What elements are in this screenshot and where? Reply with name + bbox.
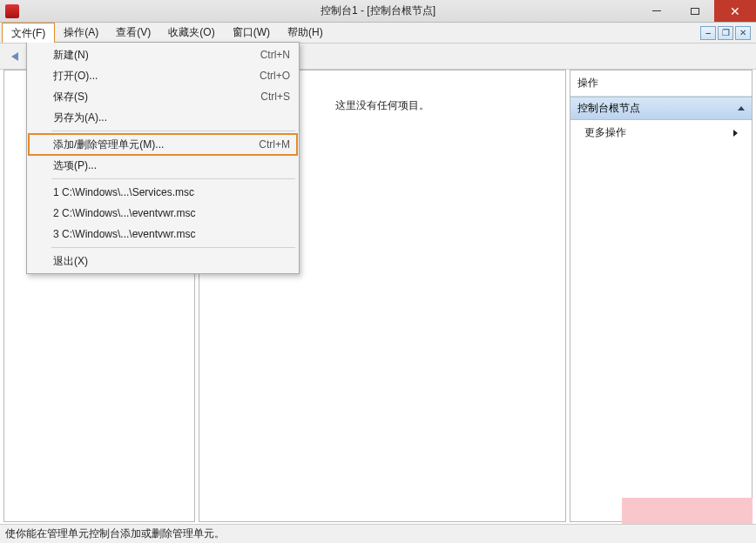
status-text: 使你能在管理单元控制台添加或删除管理单元。 [5,526,225,541]
actions-header: 操作 [570,70,752,97]
menu-label: 窗口(W) [233,25,270,40]
action-more[interactable]: 更多操作 [570,120,752,145]
file-menu-dropdown: 新建(N) Ctrl+N 打开(O)... Ctrl+O 保存(S) Ctrl+… [26,42,300,274]
menu-label: 查看(V) [116,25,151,40]
menu-item-label: 选项(P)... [53,158,97,173]
menu-item-shortcut: Ctrl+S [260,90,290,103]
menu-bar: 文件(F) 操作(A) 查看(V) 收藏夹(O) 窗口(W) 帮助(H) ‒ ❐… [0,23,756,44]
minimize-icon [652,10,661,11]
maximize-button[interactable] [676,0,714,22]
chevron-up-icon [738,106,745,111]
menu-item-save[interactable]: 保存(S) Ctrl+S [29,86,297,107]
menu-item-saveas[interactable]: 另存为(A)... [29,107,297,128]
menu-item-label: 退出(X) [53,254,88,269]
menu-item-label: 打开(O)... [53,69,98,84]
menu-action[interactable]: 操作(A) [55,23,107,43]
menu-item-exit[interactable]: 退出(X) [29,251,297,272]
mdi-close-button[interactable]: ✕ [735,26,751,40]
menu-item-label: 2 C:\Windows\...\eventvwr.msc [53,207,195,219]
mdi-minimize-button[interactable]: ‒ [700,26,716,40]
menu-item-open[interactable]: 打开(O)... Ctrl+O [29,65,297,86]
app-icon [5,4,19,18]
menu-item-label: 新建(N) [53,48,89,63]
status-bar: 使你能在管理单元控制台添加或删除管理单元。 [0,524,756,543]
arrow-left-icon [11,52,18,61]
menu-window[interactable]: 窗口(W) [224,23,279,43]
mdi-restore-button[interactable]: ❐ [718,26,733,40]
menu-item-options[interactable]: 选项(P)... [29,155,297,176]
menu-item-label: 3 C:\Windows\...\eventvwr.msc [53,228,195,240]
menu-item-new[interactable]: 新建(N) Ctrl+N [29,44,297,65]
minimize-button[interactable] [638,0,676,22]
menu-item-label: 1 C:\Windows\...\Services.msc [53,186,194,198]
menu-help[interactable]: 帮助(H) [279,23,332,43]
menu-label: 帮助(H) [287,25,323,40]
close-button[interactable]: ✕ [714,0,756,22]
menu-file[interactable]: 文件(F) [2,23,55,43]
menu-separator [51,178,295,179]
action-label: 更多操作 [584,125,626,140]
title-bar: 控制台1 - [控制台根节点] ✕ [0,0,756,23]
menu-item-shortcut: Ctrl+O [260,70,290,82]
mdi-controls: ‒ ❐ ✕ [700,23,754,43]
menu-item-shortcut: Ctrl+N [260,49,290,61]
menu-separator [51,131,295,131]
menu-item-label: 另存为(A)... [53,111,107,125]
close-icon: ✕ [730,5,740,17]
menu-separator [51,247,295,248]
chevron-right-icon [733,130,738,137]
menu-item-shortcut: Ctrl+M [259,138,290,151]
menu-label: 收藏夹(O) [168,25,214,40]
menu-view[interactable]: 查看(V) [107,23,159,43]
menu-item-recent[interactable]: 2 C:\Windows\...\eventvwr.msc [29,203,297,224]
back-button[interactable] [5,47,24,66]
menu-label: 操作(A) [64,25,98,40]
actions-section[interactable]: 控制台根节点 [570,97,752,120]
menu-item-label: 添加/删除管理单元(M)... [53,137,164,152]
menu-item-label: 保存(S) [53,90,88,104]
menu-favorites[interactable]: 收藏夹(O) [159,23,223,43]
actions-section-label: 控制台根节点 [577,101,640,116]
maximize-icon [691,8,699,15]
window-controls: ✕ [638,0,756,22]
menu-item-snapin[interactable]: 添加/删除管理单元(M)... Ctrl+M [29,134,297,155]
menu-item-recent[interactable]: 3 C:\Windows\...\eventvwr.msc [29,224,297,245]
menu-item-recent[interactable]: 1 C:\Windows\...\Services.msc [29,182,297,203]
menu-label: 文件(F) [11,26,45,41]
actions-pane: 操作 控制台根节点 更多操作 [570,70,753,522]
